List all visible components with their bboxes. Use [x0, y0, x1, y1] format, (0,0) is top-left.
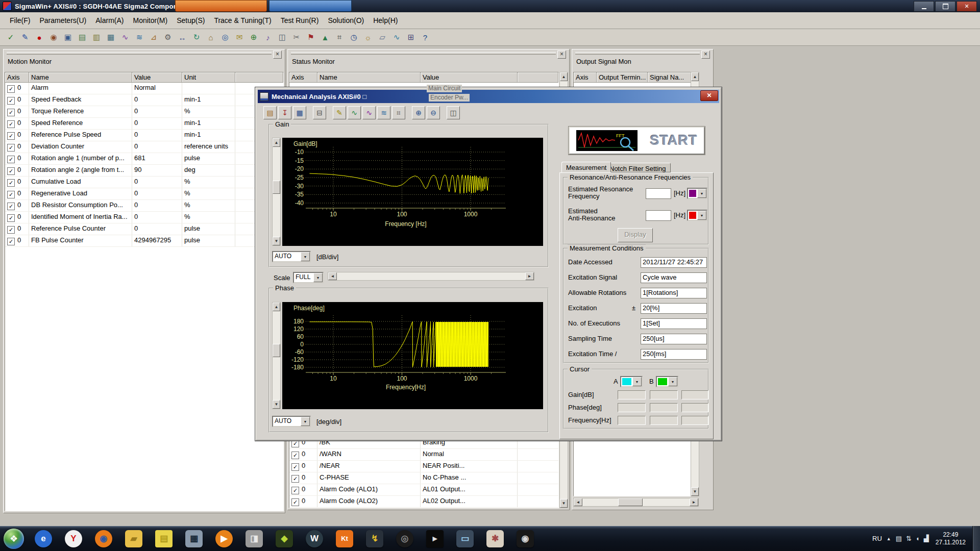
scroll-down-icon[interactable]: ▼ — [560, 499, 568, 508]
menu-item-setup[interactable]: Setup(S) — [172, 14, 209, 27]
condition-value[interactable]: 250[ms] — [641, 349, 707, 360]
cursor-value-box[interactable] — [650, 390, 678, 399]
gain-graph-icon[interactable]: ∿ — [348, 106, 361, 119]
table-row[interactable]: ✓0Regenerative Load0% — [5, 188, 283, 200]
column-header[interactable]: Axis — [289, 72, 317, 83]
checkbox[interactable]: ✓ — [7, 109, 15, 116]
table-row[interactable]: ✓0Reference Pulse Counter0pulse — [5, 223, 283, 235]
scroll-right-icon[interactable]: ► — [690, 498, 698, 506]
trace-icon[interactable]: ∿ — [118, 31, 132, 44]
scroll-up-icon[interactable]: ▲ — [273, 303, 280, 311]
column-header[interactable]: Axis — [5, 72, 29, 83]
checkbox[interactable]: ✓ — [291, 452, 299, 459]
cut-icon[interactable]: ✂ — [290, 31, 303, 44]
cursor-value-box[interactable] — [618, 416, 646, 425]
chevron-down-icon[interactable]: ▼ — [668, 377, 677, 386]
phase-graph-icon[interactable]: ∿ — [362, 106, 376, 119]
scroll-up-icon[interactable]: ▲ — [273, 138, 280, 147]
table-row[interactable]: ✓0/WARNNormal — [289, 449, 558, 461]
alarm-history-icon[interactable]: ◉ — [47, 31, 60, 44]
scroll-track[interactable] — [273, 311, 280, 400]
scroll-track[interactable] — [273, 147, 280, 237]
firefox-icon[interactable]: ◉ — [91, 528, 116, 550]
scale-scrollbar[interactable]: ◄ ► — [328, 272, 534, 281]
data-open-icon[interactable]: ▤ — [263, 106, 277, 119]
panel-grip[interactable] — [575, 52, 700, 55]
daemon-tools-icon[interactable]: ◆ — [272, 528, 297, 550]
table-row[interactable]: ✓0Reference Pulse Speed0min-1 — [5, 130, 283, 141]
table-row[interactable]: ✓0Rotation angle 1 (number of p...681pul… — [5, 153, 283, 165]
flag-icon[interactable]: ⚑ — [304, 31, 317, 44]
show-desktop-button[interactable] — [972, 526, 980, 551]
menu-item-trace-tuning[interactable]: Trace & Tuning(T) — [209, 14, 276, 27]
panel-grip[interactable] — [291, 52, 556, 55]
wave-icon[interactable]: ∿ — [390, 31, 403, 44]
column-header[interactable]: Signal Na... — [648, 72, 691, 83]
cursor-value-box[interactable] — [650, 416, 678, 425]
marker-color-select[interactable]: ▼ — [687, 210, 707, 221]
yandex-browser-icon[interactable]: Y — [61, 528, 86, 550]
alarm-display-icon[interactable]: ● — [33, 31, 46, 44]
volume-icon[interactable]: ◖ — [916, 535, 920, 542]
background-window-fragment[interactable] — [269, 0, 352, 12]
table-row[interactable]: ✓0Identified Moment of Inertia Ra...0% — [5, 212, 283, 223]
scroll-up-icon[interactable]: ▲ — [691, 72, 699, 81]
column-header[interactable]: Name — [29, 72, 132, 83]
table-icon[interactable]: ⊞ — [404, 31, 418, 44]
comment-icon[interactable]: ✎ — [333, 106, 346, 119]
chevron-down-icon[interactable]: ▼ — [697, 211, 706, 220]
close-button[interactable]: ✕ — [957, 1, 977, 12]
scroll-down-icon[interactable]: ▼ — [273, 237, 280, 245]
menu-item-help[interactable]: Help(H) — [369, 14, 402, 27]
column-header[interactable]: Value — [421, 72, 518, 83]
checkbox[interactable]: ✓ — [7, 238, 15, 245]
scroll-thumb[interactable] — [273, 181, 280, 194]
clock-icon[interactable]: ◷ — [347, 31, 360, 44]
cursor-a-color-select[interactable]: ▼ — [620, 376, 643, 387]
checkbox[interactable]: ✓ — [291, 498, 299, 506]
close-panel-icon[interactable]: × — [557, 51, 566, 59]
checkbox[interactable]: ✓ — [7, 132, 15, 140]
condition-value[interactable]: 1[Rotations] — [641, 288, 707, 298]
chevron-down-icon[interactable]: ▼ — [301, 417, 310, 426]
menu-item-monitor[interactable]: Monitor(M) — [128, 14, 172, 27]
zoom-in-icon[interactable]: ⊕ — [412, 106, 425, 119]
checkbox[interactable]: ✓ — [291, 487, 299, 494]
condition-value[interactable]: 20[%] — [641, 303, 707, 314]
capture-icon[interactable]: ◉ — [512, 528, 538, 550]
table-row[interactable]: ✓0/NEARNEAR Positi... — [289, 461, 558, 472]
cursor-value-box[interactable] — [681, 390, 708, 399]
console-icon[interactable]: ▸ — [422, 528, 448, 550]
grid-toggle-icon[interactable]: ⌗ — [392, 106, 405, 119]
table-row[interactable]: ✓0DB Resistor Consumption Po...0% — [5, 200, 283, 212]
internet-explorer-icon[interactable]: e — [31, 528, 56, 550]
menu-item-alarm[interactable]: Alarm(A) — [91, 14, 128, 27]
brightness-icon[interactable]: ☼ — [361, 31, 375, 44]
update-icon[interactable]: ⇅ — [906, 535, 912, 542]
condition-value[interactable]: 250[us] — [641, 334, 707, 344]
program-jog-icon[interactable]: ↻ — [190, 31, 203, 44]
frequency-input[interactable] — [646, 210, 671, 221]
column-header[interactable]: Unit — [182, 72, 235, 83]
print-icon[interactable]: ⊟ — [313, 106, 326, 119]
scroll-up-icon[interactable]: ▲ — [560, 72, 568, 81]
phase-div-select[interactable]: AUTO ▼ — [272, 416, 311, 427]
table-row[interactable]: ✓0Speed Feedback0min-1 — [5, 94, 283, 106]
panel-grip[interactable] — [7, 52, 272, 55]
checkbox[interactable]: ✓ — [7, 179, 15, 187]
display-button[interactable]: Display — [618, 228, 653, 242]
paint-icon[interactable]: ✱ — [482, 528, 508, 550]
output-horizontal-scrollbar[interactable]: ◄ ► — [573, 498, 699, 507]
copy-icon[interactable]: ◫ — [447, 106, 460, 119]
checkbox[interactable]: ✓ — [7, 97, 15, 105]
zoom-out-icon[interactable]: ⊖ — [427, 106, 440, 119]
checkbox[interactable]: ✓ — [7, 144, 15, 152]
table-row[interactable]: ✓0Torque Reference0% — [5, 106, 283, 118]
parameter-editor-icon[interactable]: ✎ — [18, 31, 32, 44]
scroll-down-icon[interactable]: ▼ — [691, 487, 699, 496]
help-icon[interactable]: ? — [419, 31, 432, 44]
mail-icon[interactable]: ✉ — [233, 31, 246, 44]
condition-value[interactable]: 1[Set] — [641, 318, 707, 329]
checkbox[interactable]: ✓ — [7, 167, 15, 175]
column-header[interactable]: Output Termin... — [597, 72, 648, 83]
